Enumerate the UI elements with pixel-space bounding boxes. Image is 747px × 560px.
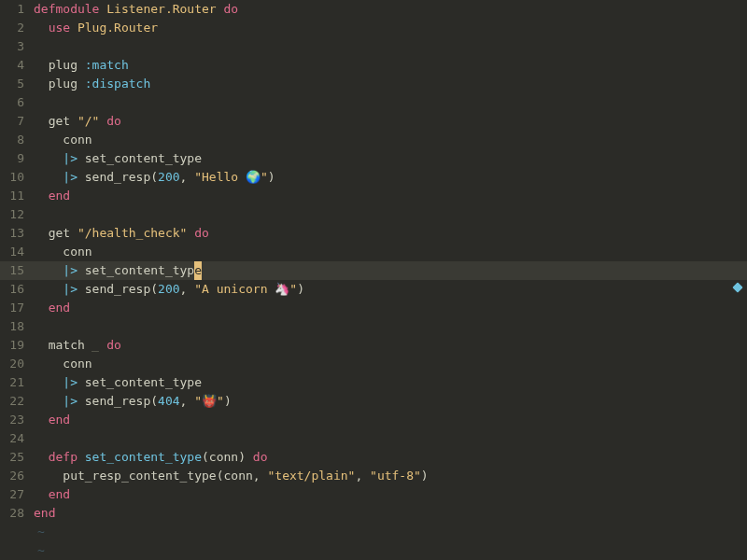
code-line[interactable]: 9 |> set_content_type: [0, 149, 747, 168]
line-number: 4: [0, 56, 34, 75]
code-text: put_resp_content_type(conn, "text/plain"…: [34, 467, 747, 485]
code-text: end: [34, 504, 747, 523]
code-line[interactable]: 6: [0, 93, 747, 112]
line-number: 20: [0, 355, 34, 373]
line-number: 7: [0, 112, 34, 131]
code-text: conn: [34, 131, 747, 149]
code-line[interactable]: 15 |> set_content_type: [0, 261, 747, 280]
code-line[interactable]: 16 |> send_resp(200, "A unicorn 🦄"): [0, 280, 747, 299]
line-number: 5: [0, 75, 34, 93]
line-number: 25: [0, 448, 34, 467]
code-line[interactable]: 17 end: [0, 299, 747, 317]
code-line[interactable]: 21 |> set_content_type: [0, 373, 747, 392]
code-text: |> send_resp(200, "A unicorn 🦄"): [34, 280, 747, 299]
code-line[interactable]: 27 end: [0, 485, 747, 504]
line-number: 1: [0, 0, 34, 19]
code-line[interactable]: 14 conn: [0, 243, 747, 261]
code-text: conn: [34, 243, 747, 261]
code-line[interactable]: 8 conn: [0, 131, 747, 149]
line-number: 24: [0, 429, 34, 448]
code-line[interactable]: 23 end: [0, 411, 747, 429]
code-text: plug :dispatch: [34, 75, 747, 93]
code-text: conn: [34, 355, 747, 373]
code-text: end: [34, 299, 747, 317]
line-number: 8: [0, 131, 34, 149]
code-text: get "/health_check" do: [34, 224, 747, 243]
line-number: 10: [0, 168, 34, 187]
code-text: [34, 205, 747, 224]
code-text: end: [34, 485, 747, 504]
code-text: defmodule Listener.Router do: [34, 0, 747, 19]
line-number: 21: [0, 373, 34, 392]
line-number: 3: [0, 37, 34, 56]
line-number: 6: [0, 93, 34, 112]
line-number: 17: [0, 299, 34, 317]
code-text: [34, 317, 747, 336]
code-line[interactable]: 3: [0, 37, 747, 56]
code-line[interactable]: 2 use Plug.Router: [0, 19, 747, 37]
line-number: 23: [0, 411, 34, 429]
code-line[interactable]: 25 defp set_content_type(conn) do: [0, 448, 747, 467]
line-number: 18: [0, 317, 34, 336]
code-line[interactable]: 11 end: [0, 187, 747, 205]
line-number: 2: [0, 19, 34, 37]
code-text: use Plug.Router: [34, 19, 747, 37]
line-number: 26: [0, 467, 34, 485]
code-line[interactable]: 24: [0, 429, 747, 448]
code-line[interactable]: 18: [0, 317, 747, 336]
code-line[interactable]: 26 put_resp_content_type(conn, "text/pla…: [0, 467, 747, 485]
code-line[interactable]: 5 plug :dispatch: [0, 75, 747, 93]
code-text: plug :match: [34, 56, 747, 75]
line-number: 11: [0, 187, 34, 205]
line-number: 13: [0, 224, 34, 243]
code-line[interactable]: 20 conn: [0, 355, 747, 373]
code-text: |> set_content_type: [34, 373, 747, 392]
code-text: |> set_content_type: [34, 261, 747, 280]
code-text: defp set_content_type(conn) do: [34, 448, 747, 467]
line-number: 22: [0, 392, 34, 411]
code-text: [34, 93, 747, 112]
line-number: 19: [0, 336, 34, 355]
empty-line: ~: [0, 523, 747, 541]
line-number: 15: [0, 261, 34, 280]
code-text: |> set_content_type: [34, 149, 747, 168]
code-text: |> send_resp(404, "👹"): [34, 392, 747, 411]
empty-line: ~: [0, 541, 747, 560]
code-line[interactable]: 22 |> send_resp(404, "👹"): [0, 392, 747, 411]
code-text: [34, 37, 747, 56]
line-number: 28: [0, 504, 34, 523]
code-text: end: [34, 411, 747, 429]
line-number: 12: [0, 205, 34, 224]
line-number: 27: [0, 485, 34, 504]
line-number: 9: [0, 149, 34, 168]
code-text: [34, 429, 747, 448]
code-line[interactable]: 19 match _ do: [0, 336, 747, 355]
code-line[interactable]: 12: [0, 205, 747, 224]
code-line[interactable]: 7 get "/" do: [0, 112, 747, 131]
code-line[interactable]: 13 get "/health_check" do: [0, 224, 747, 243]
editor-area[interactable]: 1defmodule Listener.Router do2 use Plug.…: [0, 0, 747, 560]
code-line[interactable]: 4 plug :match: [0, 56, 747, 75]
code-text: match _ do: [34, 336, 747, 355]
cursor: e: [194, 261, 202, 280]
code-text: get "/" do: [34, 112, 747, 131]
line-number: 14: [0, 243, 34, 261]
code-line[interactable]: 1defmodule Listener.Router do: [0, 0, 747, 19]
code-line[interactable]: 10 |> send_resp(200, "Hello 🌍"): [0, 168, 747, 187]
code-text: |> send_resp(200, "Hello 🌍"): [34, 168, 747, 187]
code-line[interactable]: 28end: [0, 504, 747, 523]
code-text: end: [34, 187, 747, 205]
line-number: 16: [0, 280, 34, 299]
